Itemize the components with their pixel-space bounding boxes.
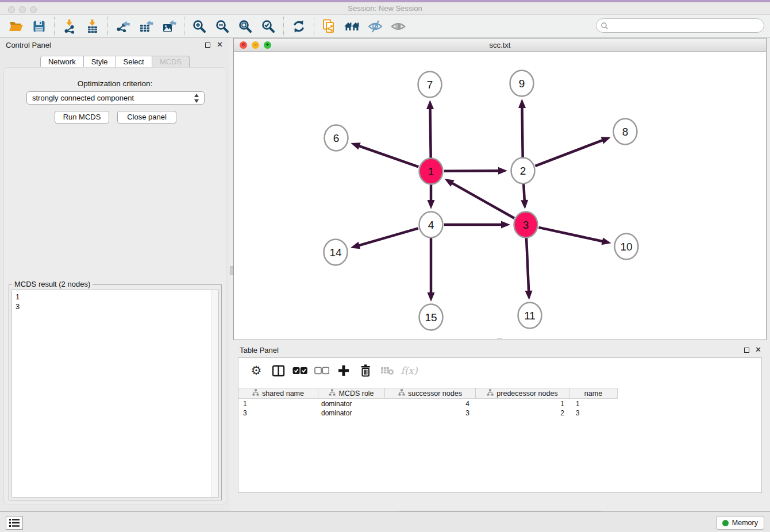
edge-2-8[interactable] [535, 140, 603, 166]
duplicate-network-icon[interactable] [321, 17, 338, 36]
table-cell[interactable]: 1 [238, 399, 318, 408]
float-panel-icon[interactable] [205, 43, 210, 48]
search-field[interactable] [596, 18, 764, 33]
network-window-titlebar: ✕ − + scc.txt [234, 38, 766, 52]
column-header-MCDS-role[interactable]: MCDS role [318, 388, 385, 398]
edge-1-6[interactable] [358, 145, 419, 167]
export-table-icon[interactable] [137, 17, 155, 36]
graph-node-label: 11 [524, 310, 536, 322]
edge-arrowhead [525, 291, 533, 300]
mcds-result-list[interactable]: 13 [11, 290, 219, 498]
window-titlebar: Session: New Session [0, 2, 770, 15]
graph-node-label: 6 [333, 132, 340, 144]
memory-button[interactable]: Memory [716, 516, 764, 530]
table-cell[interactable]: 1 [569, 399, 618, 408]
edge-arrowhead [602, 238, 611, 245]
tab-mcds[interactable]: MCDS [152, 56, 190, 68]
table-cell[interactable]: 3 [385, 408, 476, 418]
float-table-panel-icon[interactable] [744, 348, 749, 353]
export-image-icon[interactable] [160, 17, 178, 36]
edge-3-1[interactable] [451, 183, 514, 218]
edge-arrowhead [521, 200, 528, 209]
close-table-panel-icon[interactable]: ✕ [755, 345, 761, 354]
table-cell[interactable]: dominator [318, 399, 385, 408]
tab-style[interactable]: Style [84, 56, 116, 68]
import-table-icon[interactable] [84, 17, 101, 36]
column-type-icon [329, 389, 336, 398]
toolbar-separator [184, 17, 184, 36]
zoom-fit-content-icon[interactable] [237, 17, 254, 36]
import-network-icon[interactable] [61, 17, 78, 36]
column-type-icon [252, 389, 259, 398]
table-settings-gear-icon[interactable]: ⚙ [248, 363, 264, 379]
delete-table-icon-disabled [379, 363, 395, 379]
toolbar-separator [54, 17, 55, 36]
task-history-button[interactable] [6, 516, 23, 530]
table-cell[interactable]: 4 [385, 399, 476, 408]
canvas-scroll-grip[interactable] [497, 338, 502, 340]
table-body: 1dominator4113dominator323 [238, 399, 618, 418]
table-cell[interactable]: 3 [238, 408, 318, 418]
dropdown-stepper-icon [193, 94, 201, 103]
table-cell[interactable]: 2 [476, 408, 569, 418]
column-header-predecessor-nodes[interactable]: predecessor nodes [476, 388, 569, 398]
zoom-selected-icon[interactable] [260, 17, 277, 36]
deselect-all-columns-icon[interactable] [314, 363, 330, 379]
open-session-icon[interactable] [7, 17, 25, 36]
save-session-icon[interactable] [30, 17, 48, 36]
column-type-icon [487, 389, 494, 398]
edge-3-10[interactable] [538, 228, 603, 242]
table-header-row[interactable]: shared nameMCDS rolesuccessor nodesprede… [238, 388, 618, 399]
column-header-shared-name[interactable]: shared name [238, 388, 318, 398]
memory-button-label: Memory [732, 519, 758, 527]
edge-4-14[interactable] [357, 228, 418, 246]
graph-node-label: 7 [427, 79, 433, 91]
column-header-successor-nodes[interactable]: successor nodes [385, 388, 476, 398]
tab-select[interactable]: Select [116, 56, 152, 68]
zoom-in-icon[interactable] [191, 17, 208, 36]
toolbar-separator [107, 17, 108, 36]
edge-1-7[interactable] [430, 107, 431, 158]
graph-node-label: 9 [519, 78, 525, 90]
network-canvas[interactable]: 7968124314101511 [234, 52, 766, 340]
table-row[interactable]: 1dominator411 [238, 399, 618, 408]
hide-graphics-details-icon[interactable] [367, 17, 384, 36]
edge-arrowhead [498, 167, 507, 175]
status-bar: Memory [0, 511, 770, 532]
network-overview-icon[interactable] [344, 17, 361, 36]
edge-3-11[interactable] [526, 238, 529, 292]
show-graphics-details-icon[interactable] [390, 17, 407, 36]
column-type-icon [398, 389, 405, 398]
result-scrollbar[interactable] [211, 290, 218, 497]
select-all-columns-icon[interactable] [292, 363, 308, 379]
create-column-icon[interactable] [336, 363, 352, 379]
control-panel-title: Control Panel [6, 41, 51, 49]
close-panel-button[interactable]: Close panel [117, 111, 176, 124]
export-network-icon[interactable] [114, 17, 132, 36]
refresh-view-icon[interactable] [290, 17, 307, 36]
zoom-out-icon[interactable] [214, 17, 231, 36]
edge-1-2[interactable] [444, 171, 500, 171]
table-cell[interactable]: 1 [476, 399, 569, 408]
edge-arrowhead [428, 292, 435, 302]
optimization-criterion-select[interactable]: strongly connected component [26, 91, 205, 105]
memory-status-icon [722, 520, 729, 526]
table-cell[interactable]: dominator [318, 408, 385, 418]
divider-grip[interactable] [230, 266, 233, 275]
column-label: shared name [262, 390, 304, 398]
edge-arrowhead [351, 142, 360, 149]
edge-2-9[interactable] [522, 106, 523, 157]
edge-arrowhead [501, 221, 510, 229]
delete-column-icon[interactable] [357, 363, 374, 379]
close-panel-icon[interactable]: ✕ [217, 40, 223, 49]
mcds-result-line: 1 [16, 292, 215, 302]
show-column-panel-icon[interactable] [270, 363, 286, 379]
table-row[interactable]: 3dominator323 [238, 408, 618, 418]
table-cell[interactable]: 3 [569, 408, 618, 418]
column-header-name[interactable]: name [569, 388, 618, 398]
tab-network[interactable]: Network [40, 56, 84, 68]
edge-arrowhead [518, 99, 526, 108]
edge-2-3[interactable] [523, 184, 525, 202]
run-mcds-button[interactable]: Run MCDS [55, 111, 109, 124]
search-input[interactable] [609, 21, 764, 30]
